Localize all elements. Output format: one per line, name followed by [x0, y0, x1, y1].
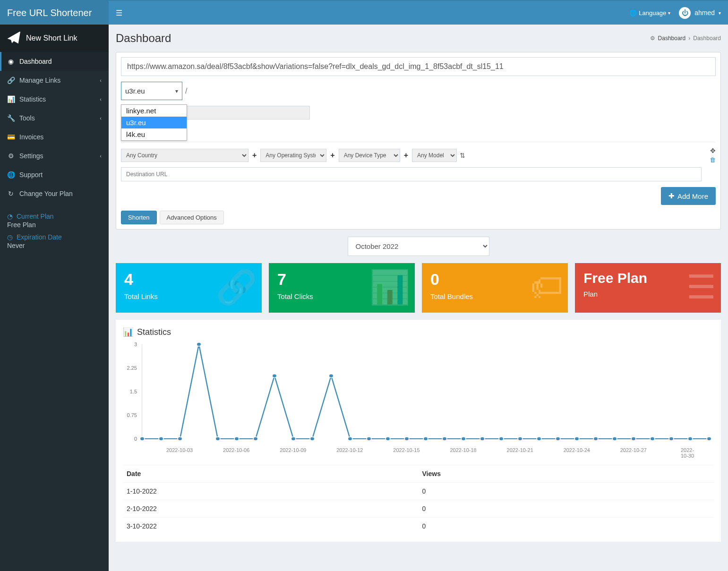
power-icon: ⏻ [679, 7, 691, 19]
x-axis-tick: 2022-10-21 [507, 447, 533, 453]
svg-point-28 [669, 437, 674, 441]
svg-point-6 [253, 437, 258, 441]
model-select[interactable]: Any Model [412, 149, 457, 162]
delete-icon[interactable]: 🗑 [710, 156, 716, 163]
cogs-icon: ⚙ [7, 152, 15, 160]
sidebar-item-invoices[interactable]: 💳Invoices [0, 128, 109, 146]
username: ahmed [694, 9, 715, 17]
stat-card-total-bundles: 0Total Bundles🏷 [422, 263, 568, 313]
x-axis-tick: 2022-10-15 [393, 447, 420, 453]
globe-icon: 🌐 [629, 9, 637, 17]
swap-icon[interactable]: ⇅ [460, 152, 465, 159]
sidebar-item-tools[interactable]: 🔧Tools‹ [0, 109, 109, 128]
svg-point-4 [215, 437, 220, 441]
long-url-input[interactable] [121, 57, 716, 76]
shorten-button[interactable]: Shorten [121, 211, 157, 224]
svg-point-10 [329, 374, 334, 378]
statistics-heading: 📊 Statistics [123, 327, 714, 337]
current-plan-heading: ◔ Current Plan [7, 213, 102, 220]
plus-square-icon: ✚ [668, 192, 675, 200]
domain-option-l4k-eu[interactable]: l4k.eu [121, 128, 187, 140]
os-select[interactable]: Any Operating System [260, 149, 326, 162]
table-header-date: Date [123, 465, 419, 483]
x-axis-tick: 2022-10-24 [564, 447, 590, 453]
x-axis-tick: 2022-10-12 [336, 447, 363, 453]
svg-point-23 [574, 437, 579, 441]
x-axis-tick: 2022-10-30 [681, 447, 700, 459]
svg-point-15 [423, 437, 428, 441]
add-country-icon[interactable]: + [251, 151, 257, 160]
stat-card-total-links: 4Total Links🔗 [116, 263, 262, 313]
y-axis-tick: 0.75 [127, 412, 137, 418]
new-link-label: New Short Link [26, 34, 77, 43]
svg-point-25 [612, 437, 617, 441]
svg-point-17 [461, 437, 466, 441]
new-short-link-button[interactable]: New Short Link [0, 25, 109, 52]
svg-point-16 [442, 437, 447, 441]
y-axis-tick: 1.5 [130, 389, 137, 394]
domain-option-u3r-eu[interactable]: u3r.eu [121, 117, 187, 128]
x-axis-tick: 2022-10-03 [166, 447, 193, 453]
statistics-table: Date Views 1-10-202202-10-202203-10-2022… [123, 465, 714, 535]
advanced-options-button[interactable]: Advanced Options [160, 211, 224, 224]
svg-point-13 [385, 437, 390, 441]
breadcrumb-home[interactable]: Dashboard [658, 35, 686, 42]
svg-point-1 [159, 437, 163, 441]
sidebar-item-settings[interactable]: ⚙Settings‹ [0, 146, 109, 165]
sidebar-toggle-icon[interactable]: ☰ [116, 9, 122, 17]
y-axis-tick: 2.25 [127, 365, 137, 371]
link-icon: 🔗 [7, 77, 15, 84]
card-icon: 🔗 [216, 268, 257, 307]
app-logo[interactable]: Free URL Shortener [0, 1, 109, 25]
domain-select[interactable]: u3r.eu [121, 82, 182, 100]
sidebar-item-manage-links[interactable]: 🔗Manage Links‹ [0, 71, 109, 90]
add-device-icon[interactable]: + [403, 151, 409, 160]
slash-separator: / [185, 87, 187, 95]
destination-url-input[interactable] [121, 167, 702, 181]
svg-point-21 [537, 437, 541, 441]
svg-point-0 [140, 437, 145, 441]
add-os-icon[interactable]: + [329, 151, 335, 160]
card-icon: 📊 [369, 268, 410, 307]
x-axis-tick: 2022-10-06 [223, 447, 249, 453]
sidebar-item-support[interactable]: 🌐Support [0, 165, 109, 184]
user-menu[interactable]: ⏻ ahmed ▾ [679, 7, 721, 19]
country-select[interactable]: Any Country [121, 149, 248, 162]
card-icon: 💳 [7, 133, 15, 141]
svg-point-12 [367, 437, 371, 441]
card-icon: 🏷 [530, 268, 563, 306]
chevron-left-icon: ‹ [100, 77, 102, 83]
svg-point-18 [480, 437, 485, 441]
svg-point-22 [556, 437, 560, 441]
user-icon: ◔ [7, 213, 13, 220]
chevron-left-icon: ‹ [100, 115, 102, 121]
stat-card-plan: Free PlanPlan☰ [575, 263, 721, 313]
svg-point-8 [291, 437, 296, 441]
caret-down-icon: ▾ [719, 10, 721, 16]
svg-point-2 [178, 437, 182, 441]
language-menu[interactable]: 🌐 Language ▾ [629, 9, 670, 17]
svg-point-5 [234, 437, 239, 441]
current-plan-value: Free Plan [7, 221, 102, 229]
svg-point-19 [499, 437, 504, 441]
expiration-heading: ◷ Expiration Date [7, 233, 102, 241]
table-header-views: Views [419, 465, 714, 483]
caret-down-icon: ▾ [668, 10, 670, 16]
x-axis-tick: 2022-10-27 [620, 447, 647, 453]
expiration-value: Never [7, 242, 102, 249]
sidebar: New Short Link ◉Dashboard🔗Manage Links‹📊… [0, 25, 109, 571]
sidebar-item-change-your-plan[interactable]: ↻Change Your Plan [0, 184, 109, 203]
svg-point-20 [518, 437, 522, 441]
add-more-button[interactable]: ✚ Add More [661, 187, 716, 205]
move-icon[interactable]: ✥ [710, 147, 716, 154]
sidebar-item-dashboard[interactable]: ◉Dashboard [0, 52, 109, 71]
domain-option-linkye-net[interactable]: linkye.net [121, 105, 187, 117]
statistics-chart: 00.751.52.253 2022-10-032022-10-062022-1… [142, 344, 709, 458]
svg-point-30 [707, 437, 711, 441]
domain-dropdown-list: linkye.netu3r.eul4k.eu [121, 104, 187, 141]
month-select[interactable]: October 2022 [348, 237, 489, 256]
device-select[interactable]: Any Device Type [339, 149, 400, 162]
sidebar-item-statistics[interactable]: 📊Statistics‹ [0, 90, 109, 109]
chart-icon: 📊 [123, 327, 133, 337]
table-row: 3-10-20220 [123, 518, 714, 535]
